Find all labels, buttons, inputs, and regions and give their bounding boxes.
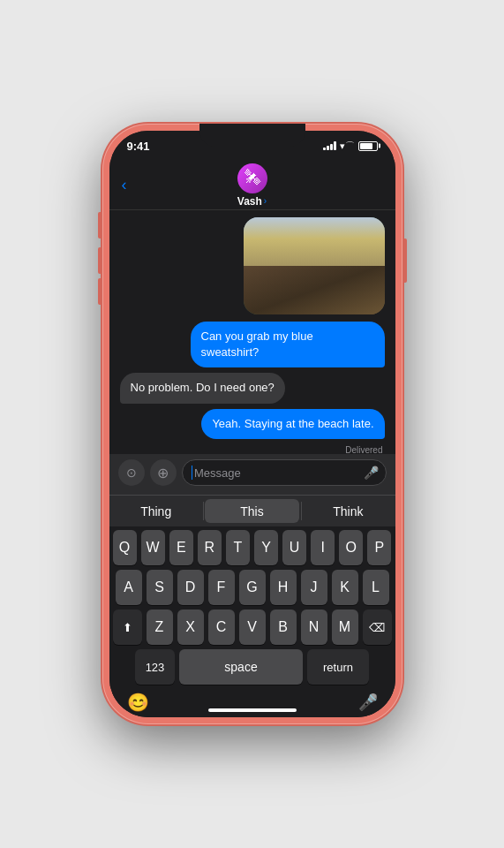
key-rows: Q W E R T Y U I O P A S D F G	[109, 526, 395, 691]
message-text: No problem. Do I need one?	[131, 381, 275, 394]
message-row: Yeah. Staying at the beach late.	[120, 409, 385, 439]
notch	[199, 124, 305, 147]
message-row: Can you grab my blue sweatshirt?	[120, 322, 385, 367]
mic-icon: 🎤	[364, 466, 379, 480]
shift-key[interactable]: ⬆	[113, 610, 142, 645]
battery-icon	[358, 141, 378, 151]
input-placeholder: Message	[194, 466, 241, 480]
message-bubble-received: No problem. Do I need one?	[120, 373, 285, 403]
status-icons: ▾⌒	[323, 140, 378, 153]
key-row-1: Q W E R T Y U I O P	[113, 530, 392, 565]
avatar-icon: 🛰	[244, 169, 260, 187]
key-row-4: 123 space return	[113, 649, 392, 685]
key-x[interactable]: X	[177, 610, 204, 645]
message-row: No problem. Do I need one?	[120, 373, 385, 403]
key-w[interactable]: W	[141, 530, 165, 565]
key-e[interactable]: E	[169, 530, 193, 565]
key-y[interactable]: Y	[254, 530, 278, 565]
phone-frame: 9:41 ▾⌒ ‹ 🛰 Vash ›	[102, 124, 402, 724]
key-p[interactable]: P	[367, 530, 391, 565]
key-h[interactable]: H	[270, 570, 297, 605]
delete-key[interactable]: ⌫	[363, 610, 392, 645]
camera-icon: ⊙	[126, 466, 137, 480]
key-l[interactable]: L	[363, 570, 389, 605]
keyboard: Thing This Think Q W E R T	[109, 491, 395, 717]
key-n[interactable]: N	[301, 610, 327, 645]
wifi-icon: ▾⌒	[340, 140, 355, 153]
contact-chevron: ›	[264, 196, 267, 206]
key-k[interactable]: K	[332, 570, 358, 605]
signal-icon	[323, 141, 336, 150]
contact-info[interactable]: 🛰 Vash ›	[237, 163, 267, 208]
messages-area: Can you grab my blue sweatshirt? No prob…	[109, 210, 395, 454]
avatar: 🛰	[237, 163, 267, 193]
phone-screen: 9:41 ▾⌒ ‹ 🛰 Vash ›	[109, 131, 395, 717]
suggestion-label: Thing	[140, 504, 171, 519]
message-bubble-sent: Yeah. Staying at the beach late.	[201, 409, 384, 439]
delete-icon: ⌫	[369, 621, 385, 634]
contact-name: Vash	[237, 195, 262, 208]
dictation-button[interactable]: 🎤	[358, 693, 378, 712]
suggestion-thing[interactable]: Thing	[109, 496, 203, 526]
return-key[interactable]: return	[307, 649, 369, 685]
home-indicator	[208, 708, 297, 712]
bottom-bar: 😊 🎤	[109, 691, 395, 717]
key-r[interactable]: R	[198, 530, 222, 565]
numbers-key[interactable]: 123	[135, 649, 175, 685]
key-i[interactable]: I	[311, 530, 335, 565]
message-text: Can you grab my blue sweatshirt?	[201, 329, 313, 359]
suggestion-divider	[203, 502, 204, 520]
text-cursor	[192, 466, 193, 480]
app-icon: ⊕	[157, 465, 169, 481]
camera-button[interactable]: ⊙	[118, 459, 145, 486]
shift-icon: ⬆	[123, 621, 132, 634]
suggestion-label: This	[240, 504, 263, 519]
message-text: Yeah. Staying at the beach late.	[212, 417, 373, 430]
nav-bar: ‹ 🛰 Vash ›	[109, 161, 395, 210]
suggestion-label: Think	[333, 504, 363, 519]
key-g[interactable]: G	[239, 570, 266, 605]
message-bubble-sent: Can you grab my blue sweatshirt?	[191, 322, 385, 367]
key-a[interactable]: A	[116, 570, 142, 605]
key-z[interactable]: Z	[147, 610, 173, 645]
input-bar: ⊙ ⊕ Message 🎤	[109, 454, 395, 491]
key-c[interactable]: C	[208, 610, 235, 645]
app-store-button[interactable]: ⊕	[150, 459, 177, 486]
message-image	[120, 217, 385, 314]
suggestions-row: Thing This Think	[109, 495, 395, 526]
key-v[interactable]: V	[239, 610, 266, 645]
key-row-3: ⬆ Z X C V B N M ⌫	[113, 610, 392, 645]
space-key[interactable]: space	[179, 649, 303, 685]
image-bubble	[244, 217, 385, 314]
key-j[interactable]: J	[301, 570, 327, 605]
emoji-button[interactable]: 😊	[127, 692, 149, 713]
suggestion-this[interactable]: This	[205, 499, 298, 523]
key-row-2: A S D F G H J K L	[113, 570, 392, 605]
key-f[interactable]: F	[208, 570, 235, 605]
key-d[interactable]: D	[177, 570, 204, 605]
suggestion-think[interactable]: Think	[301, 496, 395, 526]
key-o[interactable]: O	[339, 530, 363, 565]
key-t[interactable]: T	[226, 530, 250, 565]
key-m[interactable]: M	[332, 610, 358, 645]
key-q[interactable]: Q	[113, 530, 137, 565]
key-b[interactable]: B	[270, 610, 297, 645]
delivered-label: Delivered	[120, 445, 385, 454]
back-button[interactable]: ‹	[122, 176, 127, 194]
key-u[interactable]: U	[282, 530, 306, 565]
message-input[interactable]: Message 🎤	[182, 459, 387, 486]
key-s[interactable]: S	[147, 570, 173, 605]
status-time: 9:41	[127, 140, 150, 153]
